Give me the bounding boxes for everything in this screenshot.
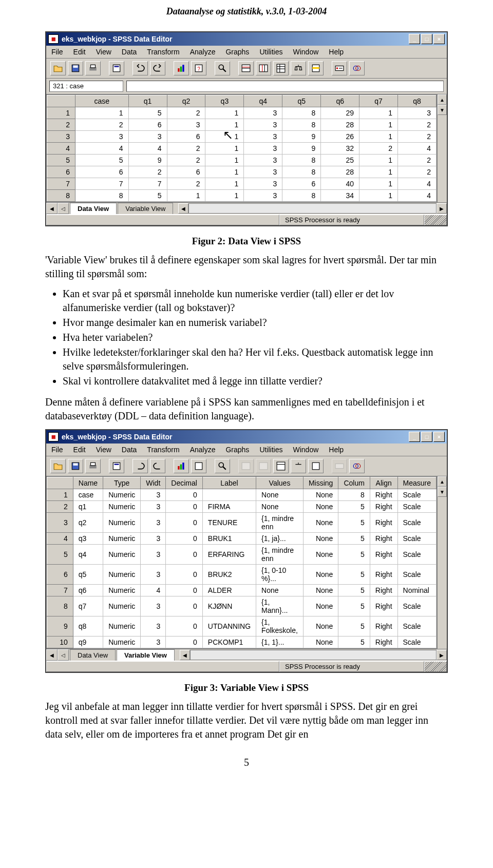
data-cell[interactable]: Scale [397,489,436,501]
data-cell[interactable]: Numeric [103,636,141,648]
vertical-scrollbar[interactable]: ▲ ▼ [437,94,447,202]
data-cell[interactable]: None [303,616,338,636]
menu-transform[interactable]: Transform [147,446,179,454]
scroll-right-icon[interactable]: ▶ [437,650,447,660]
data-cell[interactable]: 5 [338,513,370,533]
weight-icon[interactable] [291,459,306,473]
column-header[interactable]: q2 [167,95,205,107]
data-cell[interactable]: 1 [167,190,205,202]
data-cell[interactable]: {1, Mann}... [256,596,304,616]
data-cell[interactable]: 4 [75,143,129,155]
row-header[interactable]: 4 [47,533,73,545]
column-header[interactable]: q5 [282,95,321,107]
print-icon[interactable] [85,61,101,75]
data-cell[interactable]: q3 [73,533,103,545]
data-cell[interactable]: q2 [73,513,103,533]
resize-grip-icon[interactable] [424,215,447,225]
data-cell[interactable]: 3 [128,131,167,143]
column-header[interactable]: Name [73,477,103,489]
data-cell[interactable]: 1 [359,178,398,190]
data-cell[interactable]: 5 [338,636,370,648]
data-cell[interactable]: Right [370,596,397,616]
data-cell[interactable]: Numeric [103,585,141,596]
scroll-left-icon[interactable]: ◀ [180,650,190,660]
row-header[interactable]: 1 [47,489,73,501]
maximize-button[interactable]: □ [421,34,432,44]
column-header[interactable]: Decimal [166,477,203,489]
undo-icon[interactable] [132,61,148,75]
data-cell[interactable]: 2 [167,155,205,166]
data-cell[interactable]: 9 [282,143,321,155]
data-grid[interactable]: caseq1q2q3q4q5q6q7q811521382913226313828… [46,94,437,202]
data-cell[interactable]: 9 [128,155,167,166]
data-cell[interactable]: 3 [244,155,282,166]
insert-case-icon[interactable] [238,61,254,75]
data-cell[interactable]: None [303,585,338,596]
column-header[interactable]: Label [202,477,256,489]
data-cell[interactable]: q8 [73,616,103,636]
data-cell[interactable]: Numeric [103,596,141,616]
maximize-button[interactable]: □ [421,432,432,442]
data-cell[interactable]: ERFARING [202,545,256,565]
data-cell[interactable]: {1, 0-10 %}... [256,565,304,585]
menu-utilities[interactable]: Utilities [259,48,282,56]
horizontal-scrollbar[interactable]: ◀ ▶ [178,203,447,214]
data-cell[interactable]: 1 [205,119,244,131]
split-file-icon[interactable] [273,61,289,75]
data-cell[interactable]: 8 [338,489,370,501]
data-cell[interactable]: 1 [205,143,244,155]
tab-data-view[interactable]: Data View [70,203,117,214]
data-cell[interactable]: 8 [282,107,321,119]
data-cell[interactable]: 29 [321,107,359,119]
value-labels-icon[interactable] [332,459,347,473]
menu-data[interactable]: Data [122,48,137,56]
row-header[interactable]: 1 [47,107,75,119]
row-header[interactable]: 3 [47,513,73,533]
data-cell[interactable]: 1 [205,155,244,166]
row-header[interactable]: 2 [47,501,73,513]
data-cell[interactable] [202,489,256,501]
data-cell[interactable]: 3 [244,143,282,155]
select-cases-icon[interactable] [308,61,324,75]
column-header[interactable]: Values [256,477,304,489]
data-cell[interactable]: {1, ja}... [256,533,304,545]
menu-data[interactable]: Data [122,446,137,454]
tab-first-icon[interactable]: ◀ [46,649,58,661]
goto-case-icon[interactable] [191,459,206,473]
row-header[interactable]: 7 [47,585,73,596]
find-icon[interactable] [215,61,230,75]
data-cell[interactable]: 0 [166,545,203,565]
redo-icon[interactable] [150,61,165,75]
data-cell[interactable]: FIRMA [202,501,256,513]
data-cell[interactable]: Right [370,585,397,596]
close-button[interactable]: × [433,34,445,44]
data-cell[interactable]: 6 [167,131,205,143]
cell-value-input[interactable] [126,81,444,92]
minimize-button[interactable]: _ [409,34,420,44]
data-cell[interactable]: 1 [359,190,398,202]
data-cell[interactable]: 0 [166,533,203,545]
column-header[interactable]: Measure [397,477,436,489]
data-cell[interactable]: 1 [205,131,244,143]
data-cell[interactable]: 3 [141,545,166,565]
column-header[interactable]: Type [103,477,141,489]
goto-case-icon[interactable]: ? [191,61,206,75]
data-cell[interactable]: {1, mindre enn [256,545,304,565]
scroll-left-icon[interactable]: ◀ [178,203,188,214]
scroll-up-icon[interactable]: ▲ [438,94,447,105]
data-cell[interactable]: Numeric [103,545,141,565]
use-sets-icon[interactable] [349,61,365,75]
data-cell[interactable]: 28 [321,166,359,178]
menu-help[interactable]: Help [329,446,344,454]
value-labels-icon[interactable] [332,61,347,75]
data-cell[interactable]: 5 [338,596,370,616]
data-cell[interactable]: 0 [166,513,203,533]
data-cell[interactable]: 34 [321,190,359,202]
column-header[interactable]: q3 [205,95,244,107]
data-cell[interactable]: 6 [75,166,129,178]
data-cell[interactable]: 8 [282,190,321,202]
insert-case-icon[interactable] [238,459,254,473]
open-icon[interactable] [50,459,66,473]
menu-file[interactable]: File [51,48,63,56]
data-cell[interactable]: Scale [397,596,436,616]
